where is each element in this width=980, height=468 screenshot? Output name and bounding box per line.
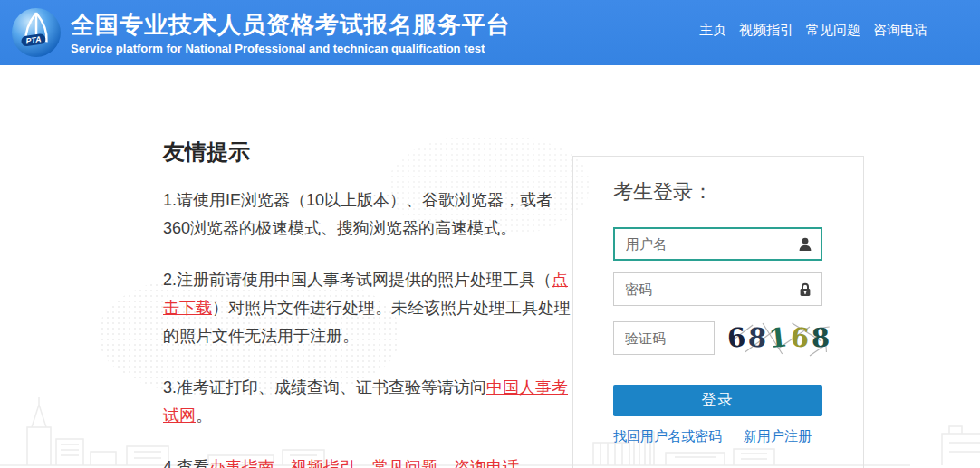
captcha-digit: 6: [789, 321, 812, 354]
tips-title: 友情提示: [163, 138, 572, 167]
password-field: [613, 272, 822, 306]
tip-item: 1.请使用IE浏览器（10以上版本）、谷歌浏览器，或者360浏览器的极速模式、搜…: [163, 186, 572, 243]
tip-text: ）对照片文件进行处理。未经该照片处理工具处理的照片文件无法用于注册。: [163, 299, 571, 345]
tip-item: 4.查看办事指南、视频指引、常见问题、咨询电话。: [163, 454, 572, 468]
captcha-image[interactable]: 68168: [727, 318, 832, 358]
tip-text: 2.注册前请使用中国人事考试网提供的照片处理工具（: [163, 271, 552, 289]
tip-text: 、: [356, 458, 372, 468]
tip-item: 3.准考证打印、成绩查询、证书查验等请访问中国人事考试网。: [163, 374, 572, 430]
login-panel: 考生登录：: [572, 156, 864, 468]
nav-link-faq[interactable]: 常见问题: [806, 22, 860, 39]
login-title: 考生登录：: [613, 178, 822, 205]
nav-link-phone[interactable]: 咨询电话: [873, 22, 927, 39]
tip-text: 、: [274, 458, 291, 468]
captcha-digit: 8: [747, 321, 770, 353]
forgot-password-link[interactable]: 找回用户名或密码: [613, 428, 722, 445]
login-button[interactable]: 登录: [613, 385, 822, 416]
tips-list: 1.请使用IE浏览器（10以上版本）、谷歌浏览器，或者360浏览器的极速模式、搜…: [163, 186, 572, 468]
site-subtitle: Service platform for National Profession…: [71, 42, 511, 55]
nav-link-video-guide[interactable]: 视频指引: [739, 22, 793, 39]
captcha-digit: 6: [726, 321, 750, 354]
brand: PTA 全国专业技术人员资格考试报名服务平台 Service platform …: [11, 7, 511, 58]
header: PTA 全国专业技术人员资格考试报名服务平台 Service platform …: [0, 0, 980, 65]
captcha-digit: 1: [768, 321, 793, 354]
pta-logo-icon: PTA: [11, 7, 62, 58]
captcha-digit: 8: [811, 322, 832, 354]
friendly-tips-section: 友情提示 1.请使用IE浏览器（10以上版本）、谷歌浏览器，或者360浏览器的极…: [163, 138, 572, 468]
tip-link-video-guide[interactable]: 视频指引: [291, 458, 356, 468]
register-link[interactable]: 新用户注册: [744, 428, 812, 445]
tip-text: 4.查看: [163, 458, 209, 468]
nav-link-home[interactable]: 主页: [699, 22, 726, 39]
brand-text: 全国专业技术人员资格考试报名服务平台 Service platform for …: [71, 10, 511, 55]
username-input[interactable]: [613, 227, 822, 261]
username-field: [613, 227, 822, 261]
tip-link-faq[interactable]: 常见问题: [372, 458, 437, 468]
password-input[interactable]: [613, 272, 822, 306]
tip-link-service-guide[interactable]: 办事指南: [209, 458, 274, 468]
tip-text: 。: [519, 458, 535, 468]
captcha-row: 68168: [613, 318, 822, 358]
login-links: 找回用户名或密码 新用户注册: [613, 428, 822, 445]
tip-text: 3.准考证打印、成绩查询、证书查验等请访问: [163, 378, 486, 396]
captcha-input[interactable]: [613, 321, 715, 355]
tip-text: 、: [437, 458, 454, 468]
tip-text: 。: [196, 406, 212, 425]
site-title: 全国专业技术人员资格考试报名服务平台: [71, 10, 511, 39]
header-nav: 主页视频指引常见问题咨询电话: [699, 22, 927, 39]
tip-text: 1.请使用IE浏览器（10以上版本）、谷歌浏览器，或者360浏览器的极速模式、搜…: [163, 191, 552, 237]
tip-item: 2.注册前请使用中国人事考试网提供的照片处理工具（点击下载）对照片文件进行处理。…: [163, 266, 572, 350]
tip-link-phone[interactable]: 咨询电话: [454, 458, 519, 468]
